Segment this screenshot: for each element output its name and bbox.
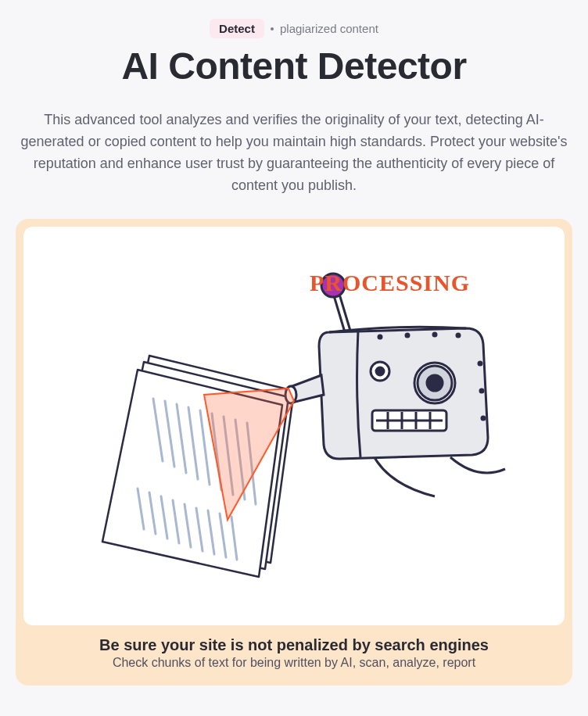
svg-point-20 <box>433 333 436 336</box>
feature-illustration-panel: PROCESSING <box>23 227 565 625</box>
svg-point-29 <box>376 367 384 375</box>
svg-point-19 <box>406 334 409 337</box>
tagline-suffix: plagiarized content <box>280 22 378 35</box>
feature-card: PROCESSING <box>16 219 572 686</box>
tagline-row: Detect plagiarized content <box>210 19 378 38</box>
tagline-separator-dot <box>271 27 274 30</box>
page-title: AI Content Detector <box>121 45 466 88</box>
robot-scanning-icon <box>59 254 529 598</box>
svg-line-36 <box>333 293 345 332</box>
feature-caption: Be sure your site is not penalized by se… <box>23 625 565 678</box>
page-container: Detect plagiarized content AI Content De… <box>0 0 588 686</box>
svg-line-37 <box>339 292 350 331</box>
robot-scanning-illustration: PROCESSING <box>59 254 529 598</box>
svg-point-24 <box>482 417 485 420</box>
processing-label: PROCESSING <box>310 270 470 296</box>
svg-point-18 <box>378 335 382 338</box>
feature-caption-subtitle: Check chunks of text for being written b… <box>39 656 549 670</box>
page-description: This advanced tool analyzes and verifies… <box>20 109 568 197</box>
feature-caption-title: Be sure your site is not penalized by se… <box>39 636 549 654</box>
svg-point-27 <box>427 375 443 391</box>
svg-point-23 <box>480 389 483 392</box>
svg-point-21 <box>457 334 460 337</box>
svg-point-22 <box>479 362 482 365</box>
tagline-highlight: Detect <box>210 19 264 38</box>
